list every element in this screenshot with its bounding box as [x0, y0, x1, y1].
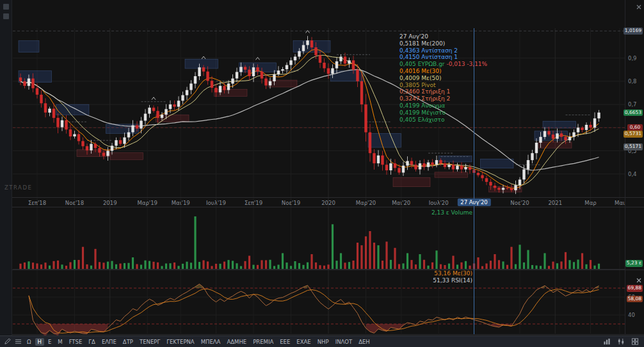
- price-badge: 0,5171: [624, 143, 643, 150]
- legend-line: 0,405 ΕΥΡΩΒ.gr -0,013 -3,11%: [399, 61, 487, 68]
- legend-line: 0,4009 Με(50): [399, 75, 487, 82]
- ticker-tab-ΙΝΛΟΤ[interactable]: ΙΝΛΟΤ: [333, 338, 355, 346]
- x-axis-label: 2020: [321, 200, 335, 206]
- x-axis-label: Μαρ'19: [138, 200, 158, 206]
- legend-line: 0,3247 Στήριξη 2: [399, 95, 487, 102]
- left-sidebar: [0, 0, 12, 335]
- close-icon[interactable]: [636, 4, 642, 10]
- rsi-crosshair-labels: 53,16 Με(30) 51,33 RSI(14): [433, 270, 472, 284]
- x-axis-label: 2021: [548, 200, 562, 206]
- volume-badge: 5,23 ε: [625, 260, 643, 267]
- x-axis-label: Νοε'19: [282, 200, 300, 206]
- ticker-tab-PREMIA[interactable]: PREMIA: [250, 338, 276, 346]
- x-axis-label: Μαρ: [584, 200, 596, 206]
- price-badge: 1,0169: [624, 28, 643, 35]
- ticker-tab-Ω[interactable]: Ω: [24, 338, 34, 346]
- x-axis-label: 2019: [103, 200, 117, 206]
- ticker-tab-ΑΔΜΗΕ[interactable]: ΑΔΜΗΕ: [224, 338, 249, 346]
- ticker-tab-ΜΠΕΛΑ[interactable]: ΜΠΕΛΑ: [198, 338, 223, 346]
- x-axis-label: Σεπ'19: [245, 200, 262, 206]
- rsi-badge: 58,08: [627, 296, 643, 303]
- ticker-tab-Ε[interactable]: Ε: [45, 338, 54, 346]
- x-axis-label: Μαρ'20: [356, 200, 376, 206]
- candles-layer: [19, 30, 600, 194]
- bar-chart-icon[interactable]: [602, 337, 611, 346]
- x-axis-label: Μαι: [615, 200, 625, 206]
- chart-legend: 27 Αυγ'200,5181 Με(200)0,4363 Αντίσταση …: [399, 33, 487, 123]
- x-axis-label: Σεπ'18: [28, 200, 46, 206]
- x-axis-label: Ιουλ'20: [429, 200, 449, 206]
- axis-gridline-label: 0,7: [628, 101, 637, 108]
- legend-line: 0,3460 Στήριξη 1: [399, 88, 487, 95]
- timeframe-and-ticker-tabs: ΩΗΕΜFTSEΓΔΕΛΠΕΔΤΡΤΕΝΕΡΓΓΕΚΤΕΡΝΑΜΠΕΛΑΑΔΜΗ…: [24, 338, 373, 346]
- support-resistance-zones: [19, 41, 576, 192]
- legend-line: 0,3805 Pivot: [399, 82, 487, 89]
- ticker-tab-ΓΕΚΤΕΡΝΑ[interactable]: ΓΕΚΤΕΡΝΑ: [164, 338, 197, 346]
- crosshair-date-badge: 27 Αυγ'20: [457, 198, 490, 206]
- rsi-ma-label: 53,16 Με(30): [433, 270, 472, 277]
- rsi-layer: [13, 284, 625, 335]
- legend-line: 0,4363 Αντίσταση 2: [399, 47, 487, 54]
- workspace-icon[interactable]: [3, 4, 9, 10]
- legend-date: 27 Αυγ'20: [399, 33, 487, 40]
- rsi-value-label: 51,33 RSI(14): [433, 277, 472, 284]
- trading-terminal: ZTRADE 27 Αυγ'200,5181 Με(200)0,4363 Αντ…: [0, 0, 644, 347]
- panel-icon[interactable]: [3, 13, 9, 19]
- legend-line: 0,4150 Αντίσταση 1: [399, 54, 487, 61]
- time-axis[interactable]: Σεπ'18Νοε'182019Μαρ'19Μαι'19Ιουλ'19Σεπ'1…: [0, 199, 644, 208]
- pencil-icon[interactable]: [3, 337, 12, 346]
- volume-crosshair-label: 2,13 ε Volume: [431, 209, 472, 216]
- axis-gridline-label: 0,4: [628, 171, 637, 177]
- price-axis[interactable]: 0,90,80,70,50,460401,01690,66530,600,573…: [625, 0, 644, 335]
- axis-gridline-label: 40: [628, 312, 635, 318]
- ticker-tab-ΕΕΕ[interactable]: ΕΕΕ: [277, 338, 293, 346]
- legend-line: 0,405 Ελάχιστο: [399, 117, 487, 124]
- legend-line: 0,4016 Με(30): [399, 68, 487, 75]
- legend-line: 0,5181 Με(200): [399, 40, 487, 47]
- ticker-tab-ΔΤΡ[interactable]: ΔΤΡ: [120, 338, 136, 346]
- toolbar-right-icons: [602, 337, 641, 346]
- ticker-tab-ΓΔ[interactable]: ΓΔ: [86, 338, 98, 346]
- watermark: ZTRADE: [4, 184, 32, 191]
- ticker-tab-ΕΧΑΕ[interactable]: ΕΧΑΕ: [294, 338, 313, 346]
- volume-layer: [19, 216, 600, 269]
- drawings-list-icon[interactable]: [13, 337, 23, 346]
- x-axis-label: Μαι'19: [172, 200, 190, 206]
- ticker-tab-ΤΕΝΕΡΓ[interactable]: ΤΕΝΕΡΓ: [137, 338, 163, 346]
- ticker-tab-FTSE[interactable]: FTSE: [67, 338, 85, 346]
- bottom-toolbar: ΩΗΕΜFTSEΓΔΕΛΠΕΔΤΡΤΕΝΕΡΓΓΕΚΤΕΡΝΑΜΠΕΛΑΑΔΜΗ…: [0, 335, 644, 347]
- grid-layout-icon[interactable]: [630, 337, 640, 346]
- axis-gridline-label: 0,8: [628, 78, 637, 85]
- rsi-badge: 69,88: [627, 285, 643, 292]
- price-badge: 0,5731: [624, 131, 643, 138]
- axis-gridline-label: 0,9: [628, 55, 637, 61]
- x-axis-label: Νοε'18: [65, 200, 84, 206]
- x-axis-label: Ιουλ'19: [206, 200, 226, 206]
- ticker-tab-ΕΛΠΕ[interactable]: ΕΛΠΕ: [99, 338, 119, 346]
- ticker-tab-ΔΕΗ[interactable]: ΔΕΗ: [356, 338, 373, 346]
- legend-line: 0,4199 Μέγιστο: [399, 109, 487, 117]
- ticker-tab-Η[interactable]: Η: [35, 338, 44, 346]
- chart-canvas[interactable]: [0, 0, 644, 335]
- candlestick-chart-icon[interactable]: [616, 337, 625, 346]
- price-badge: 0,6653: [624, 109, 643, 117]
- legend-line: 0,4199 Άνοιγμα: [399, 102, 487, 109]
- x-axis-label: Μαι'20: [392, 200, 410, 206]
- close-rsi-pane-icon[interactable]: [636, 277, 642, 284]
- x-axis-label: Νοε'20: [510, 200, 529, 206]
- ticker-tab-ΝΗΡ[interactable]: ΝΗΡ: [315, 338, 332, 346]
- ticker-tab-Μ[interactable]: Μ: [55, 338, 65, 346]
